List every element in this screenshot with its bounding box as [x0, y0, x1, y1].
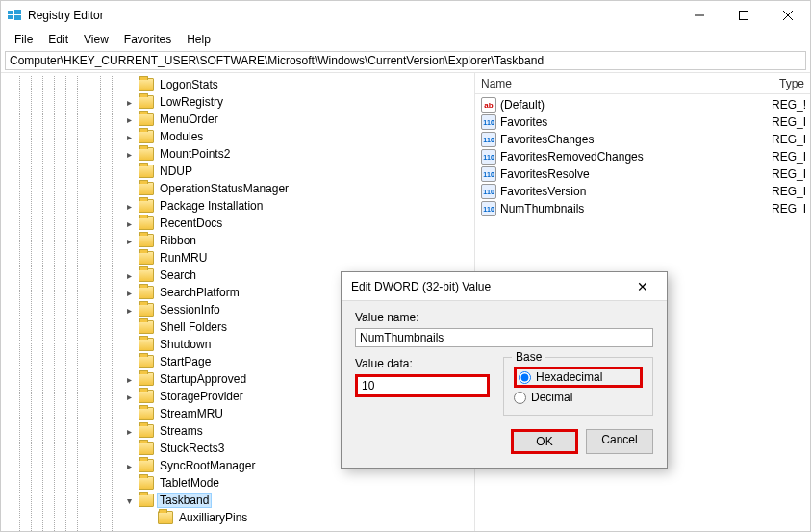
radio-dec-input[interactable] [514, 392, 526, 404]
tree-label: MountPoints2 [157, 147, 233, 161]
tree-label: RunMRU [157, 251, 210, 265]
value-type: REG_I [772, 115, 810, 129]
tree-label: Taskband [157, 493, 212, 508]
expand-icon[interactable]: ▾ [122, 495, 136, 506]
list-row[interactable]: 110 NumThumbnails REG_I [475, 200, 810, 217]
expand-icon[interactable]: ▸ [122, 149, 136, 160]
radio-dec[interactable]: Decimal [514, 391, 643, 404]
expand-icon[interactable]: ▸ [122, 392, 136, 402]
tree-node[interactable]: OperationStatusManager [1, 180, 474, 197]
menu-favorites[interactable]: Favorites [116, 31, 179, 48]
tree-label: StorageProvider [157, 390, 246, 403]
value-type: REG_I [772, 150, 810, 164]
dialog-title: Edit DWORD (32-bit) Value [351, 280, 628, 293]
tree-node[interactable]: ▸ RecentDocs [1, 215, 474, 232]
tree-node[interactable]: AuxilliaryPins [1, 509, 474, 526]
tree-node[interactable]: NDUP [1, 163, 474, 180]
expand-icon[interactable]: ▸ [122, 132, 136, 142]
list-row[interactable]: ab (Default) REG_! [475, 96, 810, 114]
folder-icon [139, 407, 154, 420]
menu-help[interactable]: Help [179, 31, 218, 48]
tree-node[interactable]: ▸ MenuOrder [1, 111, 474, 128]
radio-hex-label: Hexadecimal [536, 370, 602, 384]
menu-file[interactable]: File [7, 31, 40, 48]
window-title: Registry Editor [28, 9, 677, 22]
list-row[interactable]: 110 FavoritesResolve REG_I [475, 165, 810, 183]
value-name-input[interactable] [355, 328, 653, 347]
address-bar-wrap: Computer\HKEY_CURRENT_USER\SOFTWARE\Micr… [1, 49, 810, 72]
radio-hex-input[interactable] [519, 371, 531, 384]
tree-label: Modules [157, 130, 206, 143]
svg-rect-0 [8, 11, 13, 14]
value-name: FavoritesRemovedChanges [500, 150, 772, 164]
tree-node[interactable]: TabletMode [1, 474, 474, 492]
folder-icon [139, 286, 154, 299]
tree-node[interactable]: ▸ Package Installation [1, 197, 474, 215]
tree-node[interactable]: LogonStats [1, 76, 474, 93]
col-name[interactable]: Name [475, 75, 773, 92]
expand-icon[interactable]: ▸ [122, 97, 136, 108]
tree-label: TabletMode [157, 476, 222, 490]
value-data-input[interactable] [355, 374, 490, 397]
value-type: REG_I [772, 133, 810, 146]
ok-button[interactable]: OK [511, 429, 578, 454]
folder-icon [139, 459, 154, 472]
folder-icon [139, 268, 154, 282]
close-button[interactable] [766, 1, 810, 30]
binary-icon: 110 [481, 132, 496, 147]
folder-icon [139, 390, 154, 403]
list-row[interactable]: 110 FavoritesRemovedChanges REG_I [475, 148, 810, 165]
tree-node[interactable]: RunMRU [1, 249, 474, 266]
folder-icon [139, 95, 154, 109]
menu-edit[interactable]: Edit [40, 31, 76, 48]
list-row[interactable]: 110 FavoritesChanges REG_I [475, 131, 810, 148]
minimize-button[interactable] [677, 1, 722, 30]
expand-icon[interactable]: ▸ [122, 114, 136, 125]
tree-label: StuckRects3 [157, 442, 227, 455]
maximize-button[interactable] [722, 1, 766, 30]
folder-icon [139, 182, 154, 195]
expand-icon[interactable]: ▸ [122, 288, 136, 298]
binary-icon: 110 [481, 201, 496, 216]
base-fieldset: Base Hexadecimal Decimal [503, 357, 653, 416]
menu-view[interactable]: View [76, 31, 116, 48]
expand-icon[interactable]: ▸ [122, 461, 136, 471]
expand-icon[interactable]: ▸ [122, 270, 136, 281]
title-bar: Registry Editor [1, 1, 810, 30]
tree-label: Ribbon [157, 234, 199, 247]
svg-rect-1 [14, 10, 21, 14]
expand-icon[interactable]: ▸ [122, 201, 136, 212]
cancel-button[interactable]: Cancel [586, 429, 653, 454]
tree-node[interactable]: ▸ LowRegistry [1, 93, 474, 111]
expand-icon[interactable]: ▸ [122, 236, 136, 246]
col-type[interactable]: Type [773, 75, 810, 92]
tree-label: Package Installation [157, 199, 266, 213]
radio-hex[interactable]: Hexadecimal [514, 367, 643, 388]
expand-icon[interactable]: ▸ [122, 374, 136, 385]
tree-label: AuxilliaryPins [176, 511, 250, 524]
tree-label: RecentDocs [157, 216, 225, 230]
expand-icon[interactable]: ▸ [122, 305, 136, 316]
dialog-title-bar[interactable]: Edit DWORD (32-bit) Value ✕ [342, 272, 667, 301]
list-row[interactable]: 110 FavoritesVersion REG_I [475, 183, 810, 200]
folder-icon [139, 338, 154, 351]
binary-icon: 110 [481, 166, 496, 182]
list-header: Name Type [475, 73, 810, 94]
menu-bar: File Edit View Favorites Help [1, 30, 810, 49]
expand-icon[interactable]: ▸ [122, 218, 136, 229]
tree-label: SyncRootManager [157, 459, 258, 472]
value-name: (Default) [500, 98, 772, 112]
dialog-close-button[interactable]: ✕ [628, 279, 657, 294]
tree-label: LowRegistry [157, 95, 226, 109]
tree-label: StartupApproved [157, 372, 249, 386]
tree-node[interactable]: ▸ Ribbon [1, 232, 474, 249]
expand-icon[interactable]: ▸ [122, 426, 136, 437]
value-type: REG_! [772, 98, 810, 112]
tree-node[interactable]: ▸ Modules [1, 128, 474, 145]
tree-node[interactable]: ▾ Taskband [1, 492, 474, 509]
address-bar[interactable]: Computer\HKEY_CURRENT_USER\SOFTWARE\Micr… [5, 51, 806, 70]
tree-label: Streams [157, 424, 206, 438]
folder-icon [139, 234, 154, 247]
tree-node[interactable]: ▸ MountPoints2 [1, 145, 474, 163]
list-row[interactable]: 110 Favorites REG_I [475, 114, 810, 131]
